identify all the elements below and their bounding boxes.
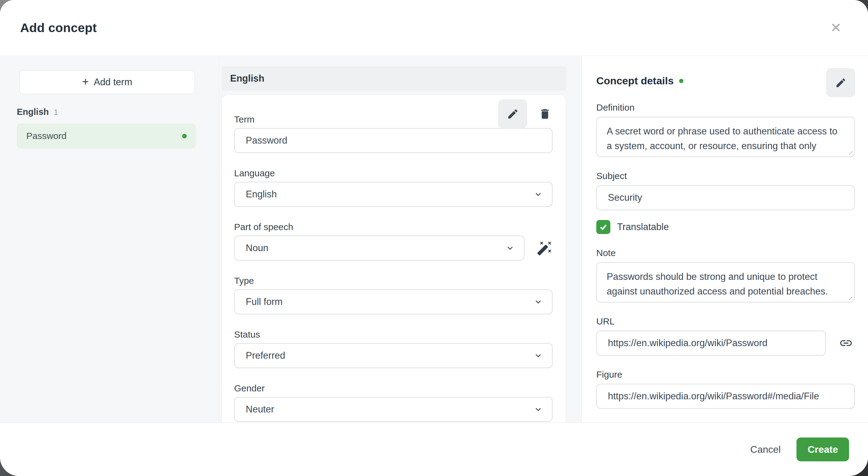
status-select-value: Preferred: [246, 350, 285, 361]
status-select[interactable]: Preferred: [234, 343, 553, 368]
subject-label: Subject: [596, 170, 855, 182]
chevron-down-icon: [505, 244, 515, 253]
magic-wand-icon: [537, 240, 553, 256]
add-term-label: Add term: [94, 77, 132, 88]
dialog-title: Add concept: [20, 21, 97, 35]
link-icon: [839, 336, 853, 350]
add-concept-dialog: Add concept ✕ + Add term English 1 Passw…: [0, 0, 868, 476]
definition-field: A secret word or phrase used to authenti…: [596, 117, 855, 157]
language-group-name: English: [17, 107, 49, 117]
add-term-button[interactable]: + Add term: [19, 70, 195, 94]
chevron-down-icon: [534, 405, 543, 414]
figure-label: Figure: [596, 369, 855, 380]
cancel-button[interactable]: Cancel: [742, 438, 789, 461]
note-textarea[interactable]: Passwords should be strong and unique to…: [596, 262, 855, 303]
definition-textarea[interactable]: A secret word or phrase used to authenti…: [596, 117, 855, 157]
term-card-actions: [498, 99, 555, 128]
note-label: Note: [596, 248, 855, 258]
language-select[interactable]: English: [234, 182, 553, 207]
term-editor-column: English Term Language English: [219, 56, 582, 422]
chevron-down-icon: [534, 351, 543, 360]
translatable-checkbox[interactable]: [596, 220, 610, 234]
dialog-footer: Cancel Create: [0, 422, 868, 476]
language-select-value: English: [246, 189, 277, 200]
url-row: [596, 327, 855, 356]
figure-input[interactable]: [596, 384, 855, 409]
concept-status-dot: [679, 79, 683, 83]
edit-concept-button[interactable]: [826, 68, 855, 97]
url-label: URL: [596, 316, 855, 327]
close-icon[interactable]: ✕: [825, 17, 847, 38]
auto-detect-button[interactable]: [537, 238, 553, 258]
edit-term-button[interactable]: [498, 99, 527, 128]
part-of-speech-label: Part of speech: [234, 222, 553, 232]
term-item-label: Password: [26, 131, 67, 141]
gender-label: Gender: [234, 383, 553, 394]
checkmark-icon: [599, 223, 608, 231]
concept-details-header: Concept details: [596, 68, 855, 97]
terms-sidebar: + Add term English 1 Password: [0, 56, 219, 422]
gender-select-value: Neuter: [246, 404, 274, 415]
open-link-button[interactable]: [837, 334, 855, 352]
concept-details-panel: Concept details Definition A secret word…: [582, 56, 868, 422]
term-status-dot: [182, 134, 187, 138]
dialog-body: + Add term English 1 Password English: [0, 56, 868, 422]
language-group-count: 1: [54, 107, 58, 117]
sidebar-term-password[interactable]: Password: [17, 124, 196, 148]
chevron-down-icon: [534, 190, 543, 199]
status-label: Status: [234, 329, 553, 340]
term-language-header: English: [222, 66, 566, 91]
subject-input[interactable]: [596, 185, 855, 210]
chevron-down-icon: [534, 297, 543, 307]
url-input[interactable]: [596, 330, 826, 356]
create-button[interactable]: Create: [797, 438, 849, 461]
term-input[interactable]: [234, 128, 553, 153]
language-label: Language: [234, 168, 553, 179]
type-label: Type: [234, 275, 553, 286]
translatable-row: Translatable: [596, 220, 855, 234]
language-group-header: English 1: [17, 107, 195, 117]
dialog-header: Add concept ✕: [0, 0, 868, 56]
part-of-speech-row: Noun: [234, 232, 553, 261]
part-of-speech-select[interactable]: Noun: [234, 235, 524, 261]
translatable-label: Translatable: [617, 222, 669, 232]
trash-icon: [538, 107, 551, 120]
definition-label: Definition: [596, 102, 855, 113]
gender-select[interactable]: Neuter: [234, 397, 553, 422]
type-select[interactable]: Full form: [234, 289, 553, 314]
concept-details-title: Concept details: [596, 75, 674, 87]
delete-term-button[interactable]: [535, 104, 555, 124]
term-card: Term Language English Part of speech Nou…: [222, 95, 566, 422]
pencil-icon: [835, 77, 847, 89]
pencil-icon: [507, 108, 519, 120]
note-field: Passwords should be strong and unique to…: [596, 262, 855, 303]
type-select-value: Full form: [246, 296, 283, 307]
part-of-speech-select-value: Noun: [246, 243, 268, 254]
